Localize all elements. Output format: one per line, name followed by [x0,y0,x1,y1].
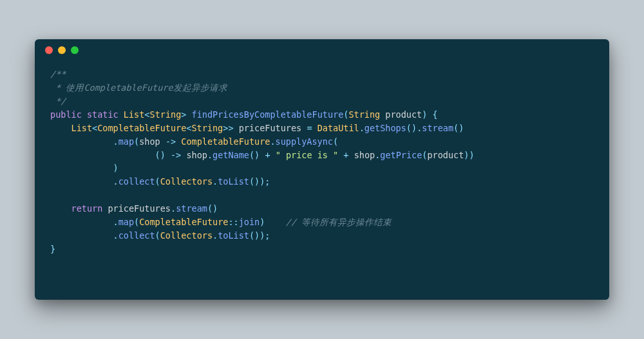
punc: > [228,123,233,133]
punc: ) [213,203,218,214]
punc: . [171,203,176,214]
inline-comment: // 等待所有异步操作结束 [286,217,392,227]
punc: { [433,109,438,120]
punc: } [50,244,55,254]
type-cf: CompletableFuture [139,217,228,227]
kw-public: public [50,109,82,120]
punc: ) [422,109,427,120]
kw-static: static [87,109,118,120]
punc: ) [254,230,260,241]
method: stream [176,203,207,214]
param: product [385,109,422,120]
type-string: String [348,109,380,120]
var: shop [354,150,375,160]
var: shop [139,136,160,147]
punc: > [181,109,186,120]
method: join [239,217,260,227]
type-cf: CompletableFuture [181,136,270,147]
type-datautil: DataUtil [317,123,359,133]
titlebar [35,39,609,61]
method: collect [118,176,155,187]
type-collectors: Collectors [160,176,213,187]
punc: ( [406,123,412,133]
minimize-icon[interactable] [58,46,66,54]
punc: . [359,123,365,133]
method: map [118,217,134,227]
type-list: List [124,109,145,120]
var: priceFutures [108,203,171,214]
punc: ) [459,123,464,133]
punc: :: [228,217,238,227]
string-literal: " price is " [276,150,339,160]
punc: ( [155,176,160,187]
punc: ( [155,150,160,160]
type-cf: CompletableFuture [97,123,186,133]
op: -> [166,136,176,147]
maximize-icon[interactable] [71,46,79,54]
comment-open: /** [50,69,66,79]
punc: ( [155,230,160,241]
type-collectors: Collectors [160,230,213,241]
method-name: findPricesByCompletableFuture [192,109,344,120]
punc: . [213,230,218,241]
code-block: /** * 使用CompletableFuture发起异步请求 */ publi… [35,61,609,269]
punc: ) [469,150,475,160]
punc: ( [249,150,254,160]
type-string: String [150,109,182,120]
punc: ( [207,203,213,214]
method: getPrice [380,150,422,160]
punc: ; [265,230,270,241]
method: stream [422,123,453,133]
punc: ( [333,136,338,147]
var: product [427,150,464,160]
punc: < [92,123,97,133]
kw-return: return [71,203,103,214]
var: shop [186,150,207,160]
op: -> [171,150,181,160]
punc: ) [160,150,166,160]
punc: ) [254,176,260,187]
method: getShops [365,123,406,133]
method: supplyAsync [276,136,333,147]
punc: ( [453,123,459,133]
punc: ) [260,217,265,227]
punc: . [213,176,218,187]
method: map [118,136,134,147]
punc: ; [265,176,270,187]
code-window: /** * 使用CompletableFuture发起异步请求 */ publi… [35,39,609,300]
punc: ) [113,163,118,173]
punc: < [144,109,149,120]
punc: . [113,217,118,227]
punc: . [207,150,213,160]
close-icon[interactable] [45,46,53,54]
comment-close: */ [50,96,66,106]
op: = [307,123,312,133]
punc: . [113,136,118,147]
punc: ) [464,150,469,160]
method: getName [213,150,249,160]
type-list: List [71,123,93,133]
punc: . [113,230,118,241]
punc: ( [249,230,254,241]
type-string: String [191,123,223,133]
punc: ( [134,217,139,227]
punc: . [113,176,118,187]
punc: ) [254,150,260,160]
punc: ( [134,136,139,147]
punc: ) [412,123,417,133]
method: collect [118,230,155,241]
punc: . [270,136,275,147]
method: toList [218,176,249,187]
comment-body: * 使用CompletableFuture发起异步请求 [50,82,227,93]
var: priceFutures [239,123,302,133]
op: + [265,150,270,160]
op: + [343,150,348,160]
method: toList [218,230,249,241]
punc: ( [249,176,254,187]
